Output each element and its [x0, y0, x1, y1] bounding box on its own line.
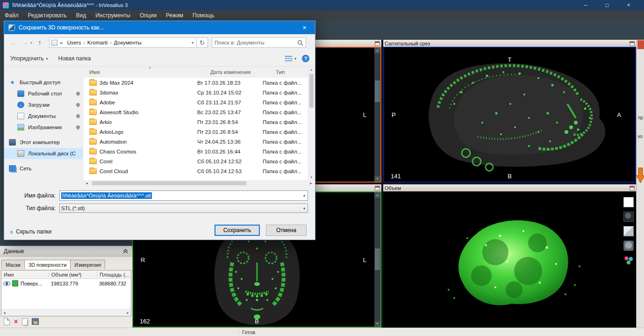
slider-thumb[interactable]	[375, 80, 380, 102]
viewport-sagittal-canvas[interactable]: T P A B 141	[383, 47, 636, 183]
change-view-button[interactable]: ▾	[284, 54, 297, 64]
menu-item-3[interactable]: Инструменты	[91, 10, 135, 21]
file-row[interactable]: Aiseesoft StudioВс 23.02.25 13:47Папка с…	[84, 107, 308, 117]
sidebar-item-documents[interactable]: Документы	[4, 110, 83, 122]
file-row[interactable]: AdobeСб 23.11.24 21:57Папка с файл...	[84, 97, 308, 107]
breadcrumb-item-1[interactable]: Kromarti	[86, 40, 109, 45]
menu-item-0[interactable]: Файл	[0, 10, 23, 21]
slider-thumb[interactable]	[375, 248, 380, 270]
tab-0[interactable]: Маски	[1, 260, 25, 269]
column-header-2[interactable]: Тип	[273, 69, 308, 75]
help-button[interactable]: ?	[302, 55, 309, 62]
menu-item-2[interactable]: Вид	[71, 10, 91, 21]
scrollbar-thumb[interactable]	[309, 74, 314, 108]
file-row[interactable]: AutomationЧт 24.04.25 13:36Папка с файл.…	[84, 137, 308, 146]
organize-button[interactable]: Упорядочить ▾	[6, 53, 52, 64]
slider-down-icon[interactable]: ▼	[374, 176, 380, 182]
new-surface-button[interactable]	[4, 318, 10, 325]
table-column-1[interactable]: Объем (мм³)	[49, 272, 97, 278]
duplicate-surface-button[interactable]	[22, 318, 28, 325]
raycasting-preset-cube-icon[interactable]	[623, 226, 634, 236]
menu-item-5[interactable]: Режим	[161, 10, 188, 21]
minimize-button[interactable]: –	[575, 0, 596, 10]
slider-up-icon[interactable]: ▲	[374, 192, 380, 198]
viewport-volume-canvas[interactable]	[383, 191, 636, 328]
file-type-select[interactable]: STL (*.stl) ▾	[59, 204, 308, 213]
new-folder-button[interactable]: Новая папка	[54, 53, 95, 64]
hide-folders-button[interactable]: ∧ Скрыть папки	[10, 228, 51, 235]
file-row[interactable]: 3ds Max 2024Вт 17.03.26 18:23Папка с фай…	[84, 78, 308, 88]
save-button[interactable]: Сохранить	[215, 225, 260, 236]
file-row[interactable]: Chaos CosmosВт 10.03.26 16:44Папка с фай…	[84, 146, 308, 156]
maximize-button[interactable]: □	[596, 0, 618, 10]
close-button[interactable]: ×	[618, 0, 639, 10]
breadcrumb-item-0[interactable]: Users	[65, 40, 83, 45]
raycasting-preset-bone-icon[interactable]	[623, 241, 634, 251]
detach-viewport-icon[interactable]	[630, 186, 635, 190]
search-input[interactable]	[215, 40, 297, 45]
back-button[interactable]: ←	[8, 37, 19, 48]
axial-slice-slider[interactable]: ▲ ▼	[374, 48, 380, 182]
tab-1[interactable]: 3D поверхности	[24, 260, 71, 269]
menu-item-4[interactable]: Опции	[135, 10, 161, 21]
forward-button[interactable]: →	[19, 37, 30, 48]
refresh-button[interactable]: ↻	[197, 37, 208, 48]
file-row[interactable]: 3dsmaxСр 16.10.24 15:02Папка с файл...	[84, 88, 308, 97]
up-button[interactable]: ↑	[34, 37, 45, 48]
raycasting-preset-solid-icon[interactable]	[623, 197, 634, 207]
menu-item-6[interactable]: Помощь	[188, 10, 219, 21]
coronal-slice-slider[interactable]: ▲ ▼	[374, 192, 380, 327]
detach-viewport-icon[interactable]	[375, 186, 380, 190]
scroll-right-icon[interactable]: ▸	[125, 311, 131, 315]
sidebar-item-desktop[interactable]: Рабочий стол	[4, 88, 83, 99]
sidebar-item-pictures[interactable]: Изображения	[4, 122, 83, 133]
slider-up-icon[interactable]: ▲	[374, 48, 380, 53]
menu-item-1[interactable]: Редактировать	[23, 10, 72, 21]
file-list-vertical-scrollbar[interactable]: ▴ ▾	[308, 66, 314, 180]
surface-color-swatch[interactable]	[12, 280, 18, 286]
sidebar-item-local-disk-c[interactable]: Локальный диск (C	[4, 148, 83, 159]
scroll-down-icon[interactable]: ▾	[308, 174, 314, 180]
scroll-left-icon[interactable]: ◂	[1, 311, 7, 315]
file-name-input[interactable]: Ìîñêàëåâà^Óëüÿíà Âèòàëüåâíà^^^.stl ▾	[59, 190, 308, 201]
data-panel-header[interactable]: Данные	[0, 246, 132, 256]
breadcrumb-dropdown-icon[interactable]: ▾	[192, 41, 194, 45]
visibility-eye-icon[interactable]	[3, 281, 10, 286]
combo-dropdown-icon[interactable]: ▾	[303, 194, 305, 198]
sidebar-item-this-pc[interactable]: Этот компьютер	[4, 137, 83, 148]
sidebar-item-network[interactable]: Сеть	[4, 163, 83, 174]
breadcrumb[interactable]: « Users›Kromarti›Документы ▾	[49, 37, 197, 48]
cancel-button[interactable]: Отмена	[266, 225, 307, 236]
dialog-titlebar[interactable]: Сохранить 3D поверхность как... ×	[4, 21, 315, 34]
breadcrumb-item-2[interactable]: Документы	[112, 40, 143, 45]
column-header-1[interactable]: Дата изменения	[208, 69, 273, 75]
scrollbar-thumb[interactable]	[92, 181, 246, 185]
detach-viewport-icon[interactable]	[630, 41, 635, 46]
file-row[interactable]: CorelСб 05.10.24 12:52Папка с файл...	[84, 156, 308, 166]
collapse-panel-icon[interactable]	[122, 248, 129, 254]
raycasting-preset-shadow-icon[interactable]	[623, 212, 634, 222]
surface-row[interactable]: Поверх...198133.779368680.732	[1, 279, 131, 288]
export-surface-button[interactable]	[32, 318, 39, 325]
column-header-0[interactable]: Имя	[89, 69, 208, 75]
file-row[interactable]: ArkioLogsПт 23.01.26 8:54Папка с файл...	[84, 127, 308, 137]
slider-down-icon[interactable]: ▼	[374, 321, 380, 327]
scroll-left-icon[interactable]: ◂	[84, 181, 90, 185]
detach-viewport-icon[interactable]	[375, 41, 380, 46]
delete-surface-button[interactable]: ×	[14, 318, 18, 325]
scroll-up-icon[interactable]: ▴	[308, 66, 314, 73]
table-column-0[interactable]: Имя	[1, 272, 49, 278]
breadcrumb-overflow-icon[interactable]: «	[60, 40, 63, 45]
file-row[interactable]: Corel CloudСб 05.10.24 12:53Папка с файл…	[84, 166, 308, 176]
scroll-right-icon[interactable]: ▸	[308, 181, 314, 185]
combo-dropdown-icon[interactable]: ▾	[303, 206, 305, 211]
file-row[interactable]: ArkioПт 23.01.26 8:54Папка с файл...	[84, 117, 308, 127]
collapsed-right-panel[interactable]: прко	[636, 40, 644, 328]
sidebar-item-downloads[interactable]: ↓Загрузки	[4, 99, 83, 110]
sidebar-item-quick-access[interactable]: ★Быстрый доступ	[4, 77, 83, 88]
history-dropdown-icon[interactable]: ▾	[30, 41, 32, 45]
tab-2[interactable]: Измерения	[70, 260, 105, 269]
table-column-2[interactable]: Площадь (...	[97, 272, 131, 278]
dialog-close-button[interactable]: ×	[294, 21, 315, 34]
raycasting-preset-dots-icon[interactable]	[623, 255, 634, 265]
